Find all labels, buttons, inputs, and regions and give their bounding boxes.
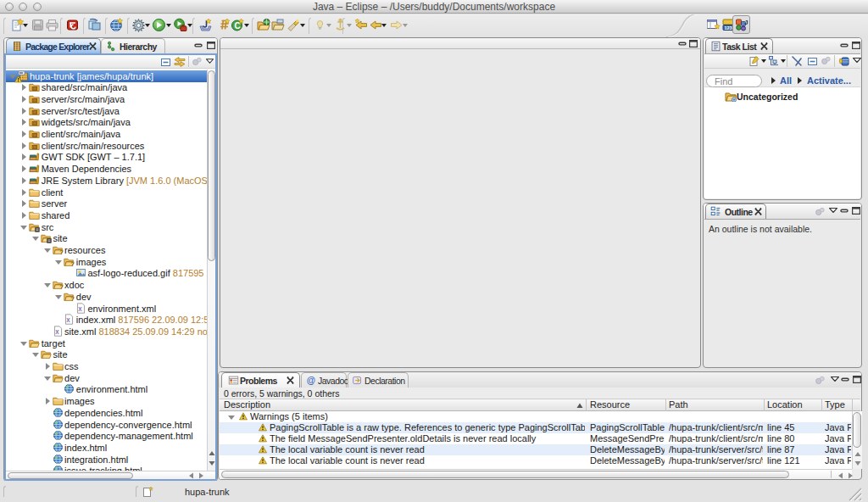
svg-text:J: J	[744, 19, 748, 26]
svg-text:123: 123	[725, 25, 732, 31]
